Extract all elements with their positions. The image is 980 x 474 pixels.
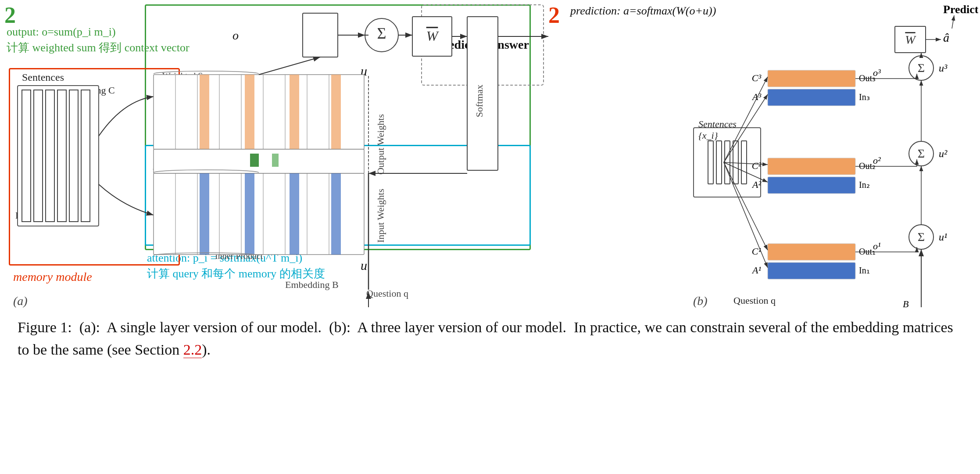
label-o: o (232, 29, 239, 43)
svg-text:o²: o² (873, 155, 881, 166)
sentence-bar-b-2 (716, 140, 722, 184)
svg-text:A¹: A¹ (751, 265, 761, 276)
sentence-bar-b-3 (724, 140, 730, 184)
svg-text:â: â (943, 31, 949, 44)
sentences-label-left: Sentences (22, 72, 64, 83)
svg-text:Out₃: Out₃ (859, 73, 876, 83)
diagram-area: 2 output: o=sum(p_i m_i) 计算 weighted sum… (0, 0, 980, 316)
sentence-bar-b-1 (708, 140, 714, 184)
svg-text:o³: o³ (873, 67, 881, 78)
predicted-answer-text: Predicted Answer (436, 37, 529, 53)
prediction-formula: prediction: a=softmax(W(o+u)) (570, 4, 716, 18)
predicted-answer-box: Predicted Answer (421, 4, 544, 86)
xi-label-left: {xi} (30, 85, 46, 100)
svg-text:Σ: Σ (918, 147, 925, 160)
label-b: (b) (693, 294, 708, 308)
svg-text:u¹: u¹ (939, 231, 947, 243)
svg-point-67 (909, 141, 934, 166)
svg-text:In₂: In₂ (859, 180, 870, 190)
label-pi: p_i (154, 157, 168, 170)
sentences-label-b: Sentences {x_i} (698, 118, 737, 141)
svg-text:B: B (903, 298, 908, 309)
svg-text:Σ: Σ (918, 61, 925, 75)
label-embedding-b: Embedding B (285, 279, 339, 291)
svg-rect-55 (768, 177, 855, 194)
label-a: (a) (13, 294, 28, 308)
svg-rect-77 (895, 26, 926, 53)
svg-text:In₃: In₃ (859, 92, 870, 102)
svg-text:u²: u² (939, 148, 948, 159)
sentence-bar-b-5 (741, 140, 747, 184)
main-container: 2 output: o=sum(p_i m_i) 计算 weighted sum… (0, 0, 980, 474)
label-softmax: Softmax (226, 193, 256, 203)
svg-text:A³: A³ (751, 91, 761, 102)
label-input-weights: Input Weights (375, 189, 386, 243)
label-ci: c_i (154, 94, 168, 108)
sentences-inner-b (704, 137, 751, 188)
embedding-c-label: Embedding C (61, 85, 115, 96)
svg-point-70 (909, 56, 934, 80)
svg-rect-49 (768, 262, 855, 279)
label-weighted-sum: Weighted Sum (162, 71, 214, 81)
label-mi: m_i (154, 215, 171, 228)
svg-text:In₁: In₁ (859, 266, 870, 275)
section-link[interactable]: 2.2 (183, 341, 202, 358)
label-output-weights: Output Weights (375, 114, 386, 175)
svg-point-64 (909, 225, 934, 249)
svg-text:C¹: C¹ (752, 246, 761, 257)
memory-module-label: memory module (13, 270, 92, 284)
attention-box (145, 145, 531, 246)
svg-text:Predicted Answer: Predicted Answer (943, 3, 978, 16)
svg-text:u³: u³ (939, 62, 948, 74)
svg-rect-58 (768, 70, 855, 87)
embedding-a-label: Embedding A (15, 210, 69, 221)
sentence-bar-b-4 (733, 140, 739, 184)
svg-text:o¹: o¹ (873, 241, 881, 251)
label-inner-product: Inner Product (215, 251, 263, 261)
svg-text:Out₂: Out₂ (859, 161, 876, 171)
label-u-top: u (361, 64, 367, 79)
caption-text: Figure 1: (a): A single layer version of… (18, 319, 953, 358)
svg-text:W: W (905, 33, 916, 47)
step2-red-label: 2 (548, 2, 560, 28)
svg-text:C³: C³ (752, 72, 762, 83)
svg-text:Σ: Σ (918, 230, 925, 244)
svg-rect-52 (768, 158, 855, 175)
caption-area: Figure 1: (a): A single layer version of… (18, 316, 962, 361)
svg-rect-46 (768, 244, 855, 260)
svg-rect-61 (768, 89, 855, 106)
question-q-b-label: Question q (733, 295, 776, 306)
svg-text:Out₁: Out₁ (859, 247, 876, 256)
label-question-q: Question q (366, 288, 408, 299)
label-u-bottom: u (361, 258, 367, 273)
